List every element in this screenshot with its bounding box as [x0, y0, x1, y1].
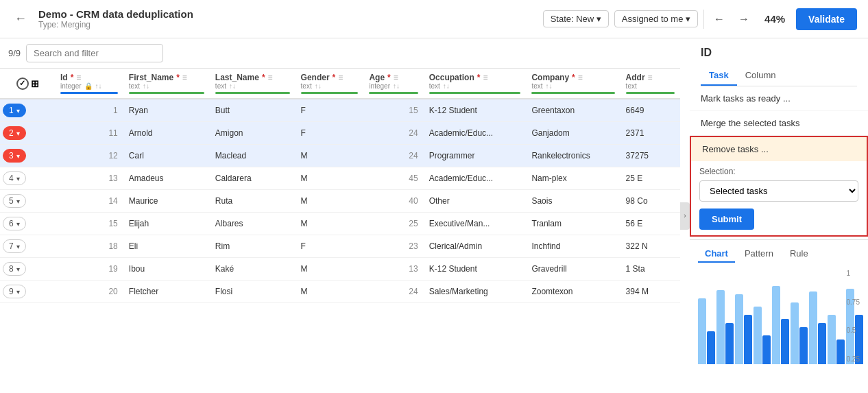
row-badge[interactable]: 6 ▾ — [3, 217, 26, 230]
chart-bar — [698, 298, 706, 364]
record-count: 9/9 — [8, 48, 21, 58]
badge-cell: 5 ▾ — [0, 190, 55, 213]
badge-cell: 6 ▾ — [0, 213, 55, 235]
col-menu-icon-id[interactable]: ≡ — [76, 73, 81, 82]
tabs-row: Task Column — [701, 66, 857, 86]
state-button[interactable]: State: New ▾ — [543, 10, 609, 27]
table-row: 7 ▾ 18 Eli Rim F 23 Clerical/Admin Inchf… — [0, 235, 680, 258]
cell-firstname: Fletcher — [123, 281, 210, 303]
chart-bar — [725, 323, 734, 364]
right-panel-header: ID Task Column — [690, 38, 868, 86]
row-badge[interactable]: 5 ▾ — [3, 194, 26, 208]
menu-item-mark-ready[interactable]: Mark tasks as ready ... — [690, 86, 868, 111]
chart-bar — [828, 315, 836, 364]
cell-company: Ganjadom — [526, 122, 620, 145]
table-row: 8 ▾ 19 Ibou Kaké M 13 K-12 Student Grave… — [0, 258, 680, 281]
tab-column[interactable]: Column — [737, 66, 784, 86]
col-menu-icon-gender[interactable]: ≡ — [338, 73, 343, 82]
row-badge[interactable]: 7 ▾ — [3, 239, 26, 253]
header: ← Demo - CRM data deduplication Type: Me… — [0, 0, 868, 38]
cell-company: Tranlam — [526, 213, 620, 235]
sort-icon-age[interactable]: ↑↓ — [393, 82, 400, 90]
cell-gender: F — [296, 235, 364, 258]
app-container: ← Demo - CRM data deduplication Type: Me… — [0, 0, 868, 393]
collapse-button[interactable]: › — [680, 202, 690, 230]
chart-bar-group — [698, 298, 715, 364]
sort-icon-fn[interactable]: ↑↓ — [143, 82, 149, 90]
cell-addr: 322 N — [620, 235, 680, 258]
cell-gender: M — [296, 281, 364, 303]
cell-addr: 394 M — [620, 281, 680, 303]
col-menu-icon-ln[interactable]: ≡ — [268, 73, 273, 82]
cell-firstname: Ryan — [123, 99, 210, 122]
sort-icon-ln[interactable]: ↑↓ — [229, 82, 236, 90]
app-title: Demo - CRM data deduplication — [38, 8, 535, 20]
chart-bar — [836, 340, 845, 364]
col-header-occupation: Occupation*≡ text↑↓ — [424, 69, 527, 99]
cell-addr: 1 Sta — [620, 258, 680, 281]
columns-icon[interactable]: ⊞ — [31, 78, 39, 89]
menu-item-remove[interactable]: Remove tasks ... — [691, 137, 867, 161]
chart-bar — [735, 294, 743, 364]
col-menu-icon-age[interactable]: ≡ — [394, 73, 398, 82]
bottom-tab-rule[interactable]: Rule — [783, 246, 815, 263]
check-all-icon[interactable]: ✓ — [16, 78, 29, 90]
submit-button[interactable]: Submit — [699, 209, 754, 230]
cell-firstname: Eli — [123, 235, 210, 258]
sort-icon-occ[interactable]: ↑↓ — [443, 82, 450, 90]
cell-gender: M — [296, 190, 364, 213]
chart-bar-group — [754, 307, 771, 364]
sort-icon-gender[interactable]: ↑↓ — [315, 82, 322, 90]
assigned-button[interactable]: Assigned to me ▾ — [614, 10, 698, 27]
tab-task[interactable]: Task — [701, 66, 737, 86]
menu-item-merge[interactable]: Merge the selected tasks — [690, 111, 868, 136]
col-menu-icon-occ[interactable]: ≡ — [483, 73, 487, 82]
cell-company: Gravedrill — [526, 258, 620, 281]
chart-bar — [772, 286, 780, 364]
cell-occupation: Academic/Educ... — [424, 122, 527, 145]
chart-bar — [791, 302, 799, 364]
cell-age: 40 — [363, 190, 423, 213]
badge-cell: 2 ▾ — [0, 122, 55, 145]
sort-icon-id[interactable]: ↑↓ — [95, 82, 102, 90]
row-badge[interactable]: 8 ▾ — [3, 262, 26, 276]
col-menu-icon-fn[interactable]: ≡ — [182, 73, 187, 82]
back-button[interactable]: ← — [11, 10, 30, 29]
col-menu-icon-addr[interactable]: ≡ — [648, 73, 653, 82]
cell-addr: 2371 — [620, 122, 680, 145]
sort-icon-company[interactable]: ↑↓ — [546, 82, 553, 90]
collapse-area: › — [680, 38, 690, 393]
table-row: 5 ▾ 14 Maurice Ruta M 40 Other Saois 98 … — [0, 190, 680, 213]
col-header-age: Age*≡ integer↑↓ — [363, 69, 423, 99]
selection-label: Selection: — [699, 167, 858, 176]
bottom-tabs: Chart Pattern Rule — [698, 246, 860, 263]
bottom-tab-chart[interactable]: Chart — [698, 246, 735, 263]
check-header: ✓ ⊞ — [0, 69, 55, 99]
cell-lastname: Maclead — [210, 145, 296, 167]
cell-company: Zoomtexon — [526, 281, 620, 303]
badge-cell: 4 ▾ — [0, 167, 55, 190]
row-badge[interactable]: 4 ▾ — [3, 171, 26, 185]
table-row: 2 ▾ 11 Arnold Amigon F 24 Academic/Educ.… — [0, 122, 680, 145]
chart-bar — [744, 315, 752, 364]
row-badge[interactable]: 2 ▾ — [3, 126, 26, 140]
cell-firstname: Ibou — [123, 258, 210, 281]
cell-addr: 98 Co — [620, 190, 680, 213]
nav-back-button[interactable]: ← — [710, 10, 729, 29]
header-title: Demo - CRM data deduplication Type: Merg… — [38, 8, 535, 29]
validate-button[interactable]: Validate — [796, 8, 857, 30]
row-badge[interactable]: 9 ▾ — [3, 285, 26, 298]
progress-percentage: 44% — [764, 13, 785, 25]
nav-forward-button[interactable]: → — [734, 10, 754, 29]
bottom-tab-pattern[interactable]: Pattern — [738, 246, 780, 263]
row-badge[interactable]: 3 ▾ — [3, 149, 26, 163]
cell-gender: F — [296, 122, 364, 145]
row-badge[interactable]: 1 ▾ — [3, 104, 26, 117]
lock-icon: 🔒 — [84, 82, 93, 90]
col-menu-icon-company[interactable]: ≡ — [578, 73, 583, 82]
selection-dropdown[interactable]: Selected tasks All tasks Ready tasks — [699, 180, 858, 202]
cell-id: 12 — [55, 145, 123, 167]
cell-company: Saois — [526, 190, 620, 213]
cell-firstname: Maurice — [123, 190, 210, 213]
search-input[interactable] — [26, 44, 163, 62]
